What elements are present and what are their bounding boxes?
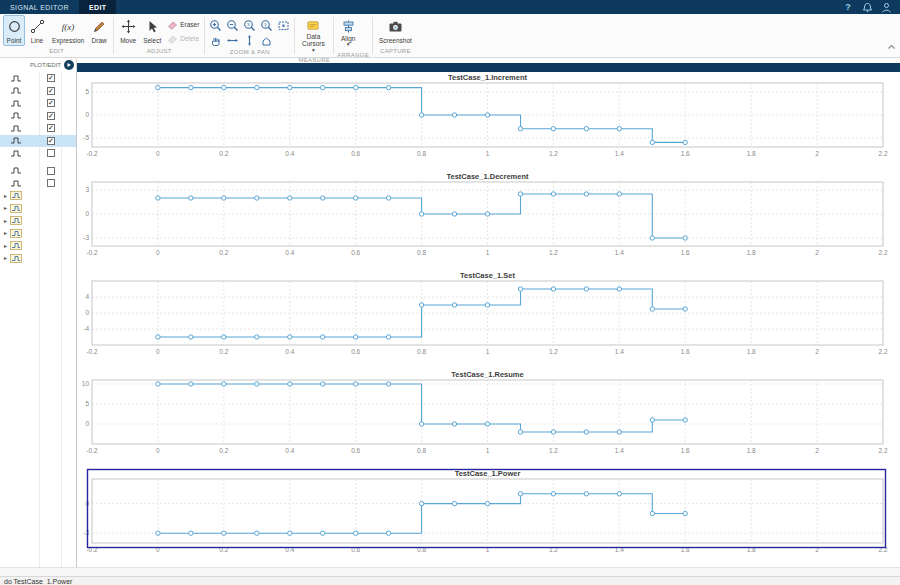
plot-checkbox[interactable] <box>47 149 55 157</box>
fit-view-button[interactable] <box>276 19 291 32</box>
svg-text:TestCase_1.Set: TestCase_1.Set <box>460 271 515 280</box>
tab-signal-editor[interactable]: SIGNAL EDITOR <box>0 0 79 14</box>
signal-row[interactable] <box>0 147 76 160</box>
scenario-icon <box>10 229 22 238</box>
signal-row[interactable]: ✓ <box>0 97 76 110</box>
signal-row[interactable] <box>0 165 76 178</box>
data-cursors-button[interactable]: Data Cursors ▾ <box>298 15 328 55</box>
svg-text:1.4: 1.4 <box>615 447 624 454</box>
svg-text:1.6: 1.6 <box>681 348 690 355</box>
signal-list: ✓✓✓✓✓✓▸▸▸▸▸▸ <box>0 72 76 265</box>
expand-arrow-icon[interactable]: ▸ <box>2 230 9 236</box>
plot-checkbox[interactable]: ✓ <box>47 99 55 107</box>
plot-checkbox[interactable]: ✓ <box>47 112 55 120</box>
restore-view-button[interactable] <box>259 34 274 47</box>
scenario-group-row[interactable]: ▸ <box>0 215 76 228</box>
screenshot-button[interactable]: Screenshot <box>376 15 415 46</box>
expand-arrow-icon[interactable]: ▸ <box>2 193 9 199</box>
expression-button[interactable]: f(x) Expression <box>49 15 87 46</box>
expand-arrow-icon[interactable]: ▸ <box>2 255 9 261</box>
signal-row[interactable]: ✓ <box>0 110 76 123</box>
svg-text:2: 2 <box>815 348 819 355</box>
point-button[interactable]: Point <box>3 15 25 46</box>
plot-area: TestCase_1.Increment-0.200.20.40.60.811.… <box>77 72 900 567</box>
panel-toggle-icon <box>66 62 72 68</box>
svg-text:2.2: 2.2 <box>878 249 887 256</box>
expand-arrow-icon[interactable]: ▸ <box>2 218 9 224</box>
account-icon[interactable] <box>880 1 892 13</box>
svg-text:0.8: 0.8 <box>417 249 426 256</box>
chart-TestCase_1.Increment[interactable]: TestCase_1.Increment-0.200.20.40.60.811.… <box>77 72 900 171</box>
delete-button[interactable]: Delete <box>165 33 201 44</box>
signal-icon <box>10 166 22 175</box>
expand-arrow-icon[interactable]: ▸ <box>2 205 9 211</box>
signal-row[interactable]: ✓ <box>0 72 76 85</box>
svg-text:0.4: 0.4 <box>285 150 294 157</box>
plot-checkbox[interactable]: ✓ <box>47 137 55 145</box>
svg-text:1.2: 1.2 <box>549 348 558 355</box>
svg-text:0.8: 0.8 <box>417 447 426 454</box>
plot-checkbox[interactable]: ✓ <box>47 74 55 82</box>
svg-text:0.2: 0.2 <box>219 447 228 454</box>
dropdown-arrow-icon: ▾ <box>347 42 350 48</box>
svg-text:0.2: 0.2 <box>219 150 228 157</box>
plot-checkbox[interactable] <box>47 167 55 175</box>
signal-row[interactable]: ✓ <box>0 85 76 98</box>
svg-text:0.2: 0.2 <box>219 348 228 355</box>
line-button[interactable]: Line <box>26 15 48 46</box>
plot-checkbox[interactable]: ✓ <box>47 87 55 95</box>
chart-svg[interactable]: TestCase_1.Increment-0.200.20.40.60.811.… <box>77 72 899 171</box>
select-button[interactable]: Select <box>140 15 164 46</box>
chart-svg[interactable]: TestCase_1.Decrement-0.200.20.40.60.811.… <box>77 171 899 270</box>
chart-svg[interactable]: TestCase_1.Resume-0.200.20.40.60.811.21.… <box>77 369 899 468</box>
pan-y-button[interactable] <box>242 34 257 47</box>
chart-TestCase_1.Resume[interactable]: TestCase_1.Resume-0.200.20.40.60.811.21.… <box>77 369 900 468</box>
plot-checkbox[interactable] <box>47 179 55 187</box>
chart-TestCase_1.Decrement[interactable]: TestCase_1.Decrement-0.200.20.40.60.811.… <box>77 171 900 270</box>
align-button[interactable]: Align ▾ <box>337 15 359 50</box>
zoom-in-button[interactable] <box>208 19 223 32</box>
svg-text:0.8: 0.8 <box>417 150 426 157</box>
group-label-capture: CAPTURE <box>376 46 415 57</box>
pan-x-button[interactable] <box>225 34 240 47</box>
scenario-group-row[interactable]: ▸ <box>0 227 76 240</box>
svg-text:0: 0 <box>156 447 160 454</box>
zoom-y-button[interactable]: y <box>259 19 274 32</box>
plot-checkbox[interactable]: ✓ <box>47 124 55 132</box>
pan-button[interactable] <box>208 34 223 47</box>
signal-row[interactable]: ✓ <box>0 122 76 135</box>
scenario-group-row[interactable]: ▸ <box>0 202 76 215</box>
group-label-measure: MEASURE <box>298 55 330 66</box>
tab-edit[interactable]: EDIT <box>79 0 117 14</box>
svg-text:0.8: 0.8 <box>417 348 426 355</box>
content: ✓✓✓✓✓✓▸▸▸▸▸▸ TestCase_1.Increment-0.200.… <box>0 72 900 567</box>
zoom-x-button[interactable]: x <box>242 19 257 32</box>
expand-arrow-icon[interactable]: ▸ <box>2 243 9 249</box>
notifications-icon[interactable] <box>861 1 873 13</box>
scenario-group-row[interactable]: ▸ <box>0 240 76 253</box>
signal-row[interactable] <box>0 177 76 190</box>
horizontal-scrollbar[interactable] <box>0 567 900 576</box>
scenario-group-row[interactable]: ▸ <box>0 252 76 265</box>
delete-icon <box>167 33 178 44</box>
select-icon <box>145 19 160 34</box>
move-button[interactable]: Move <box>117 15 139 46</box>
help-icon[interactable]: ? <box>842 1 854 13</box>
chart-svg[interactable]: TestCase_1.Set-0.200.20.40.60.811.21.41.… <box>77 270 899 369</box>
signal-icon <box>10 86 22 95</box>
chart-TestCase_1.Power[interactable]: TestCase_1.Power-0.200.20.40.60.811.21.4… <box>77 468 900 567</box>
svg-text:TestCase_1.Decrement: TestCase_1.Decrement <box>447 172 529 181</box>
scenario-group-row[interactable]: ▸ <box>0 190 76 203</box>
chart-svg[interactable]: TestCase_1.Power-0.200.20.40.60.811.21.4… <box>77 468 899 567</box>
chart-TestCase_1.Set[interactable]: TestCase_1.Set-0.200.20.40.60.811.21.41.… <box>77 270 900 369</box>
draw-button[interactable]: Draw <box>88 15 110 46</box>
zoom-out-button[interactable] <box>225 19 240 32</box>
collapse-toolstrip-button[interactable] <box>887 36 896 54</box>
restore-view-icon <box>260 34 273 47</box>
toolbar-group-adjust: Move Select Eraser Delete ADJUST <box>114 14 204 57</box>
svg-text:0: 0 <box>85 210 89 217</box>
signal-row[interactable]: ✓ <box>0 135 76 148</box>
svg-text:-0.2: -0.2 <box>86 249 98 256</box>
panel-toggle-button[interactable] <box>64 60 74 70</box>
eraser-button[interactable]: Eraser <box>165 19 201 30</box>
